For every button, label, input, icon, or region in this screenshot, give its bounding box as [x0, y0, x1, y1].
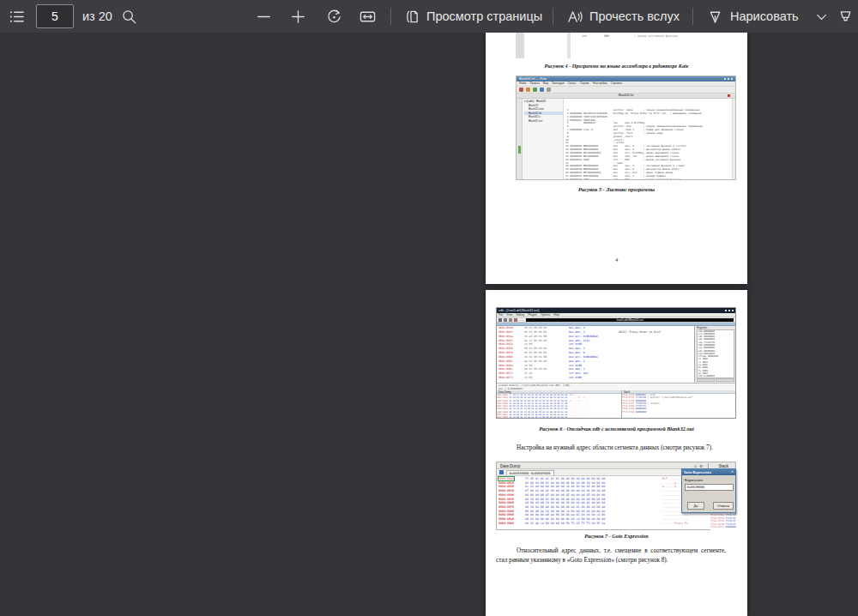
- pen-icon: [707, 9, 723, 25]
- page-count-label: из 20: [82, 0, 112, 33]
- listing-line: 22 0000002A CD80 int 80h ; вызов системн…: [565, 178, 732, 179]
- document-page-number: 4: [486, 257, 747, 263]
- draw-label: Нарисовать: [730, 9, 799, 23]
- memory-region-tab: 0x08048000-0x08049000: [506, 470, 554, 475]
- screenshot-scrollbar-strip: [516, 33, 524, 58]
- edb-bottom-panes: Data Dump 0804:8000 7f 45 4c 46 01 01 01…: [497, 390, 735, 419]
- page-view-button[interactable]: Просмотр страницы: [403, 0, 542, 33]
- edb-window-title: edb - [/root/Lab5/Blank32.out]: [498, 309, 539, 312]
- projects-tab-icon: [518, 146, 522, 154]
- edb-registers-panel: Registers eax 00000000ecx 00000000edx 00…: [694, 326, 735, 383]
- edb-datadump-pane: Data Dump 0804:8000 7f 45 4c 46 01 01 01…: [497, 390, 622, 419]
- page-view-icon: [403, 9, 420, 25]
- region-icon: [499, 470, 504, 474]
- pane-header-icons: ◇ ⚙: [694, 464, 703, 468]
- read-aloud-button[interactable]: Прочесть вслух: [566, 0, 680, 33]
- read-aloud-icon: [566, 9, 583, 25]
- kate-toolbar: [517, 87, 735, 94]
- edb-toolbar: /root/Lab5/Blank32.out: [497, 317, 735, 323]
- kate-tab-label: Blank32.lst: [619, 94, 634, 97]
- stack-peek-row: ffcb:3f7c 00000000: [710, 526, 736, 529]
- close-icon[interactable]: ✕: [731, 470, 734, 474]
- search-icon: [121, 9, 137, 25]
- kate-scrollbar: [732, 99, 735, 180]
- table-of-contents-button[interactable]: [9, 0, 25, 33]
- edb-menu-item: Help: [553, 313, 559, 317]
- figure4-kate-screenshot-partial: int 80h ; вызов системной функции: [486, 33, 747, 58]
- edb-menu-item: Plugins: [528, 313, 537, 317]
- gear-icon: ⚙: [699, 464, 703, 468]
- pdf-page-5: edb - [/root/Lab5/Blank32.out] FileViewD…: [486, 290, 747, 616]
- kate-tool-icon: [533, 88, 537, 92]
- figure7-caption: Рисунок 7 - Goto Expression: [486, 533, 747, 539]
- expression-label: Expression:: [685, 478, 704, 482]
- search-button[interactable]: [121, 0, 137, 33]
- toolbar-divider: [553, 8, 553, 25]
- code-fragment: int: [582, 34, 587, 38]
- tab-close-icon: [728, 94, 730, 97]
- highlighter-icon: [837, 9, 854, 25]
- pdf-toolbar: из 20 Просмотр страницы: [0, 0, 858, 33]
- read-aloud-label: Прочесть вслух: [589, 9, 680, 23]
- code-fragment: 80h: [604, 34, 609, 38]
- kate-left-tabstrip: [517, 99, 523, 180]
- kate-window-title: Blank32.lst — Kate: [519, 77, 547, 81]
- register-row: st0 0.000000: [698, 375, 734, 377]
- edb-tool-icon: [504, 318, 507, 322]
- figure5-caption: Рисунок 5 - Листинг программы: [486, 186, 747, 192]
- figure4-caption: Рисунок 4 - Программа на языке ассемблер…: [486, 63, 747, 69]
- page-number-input[interactable]: [36, 4, 74, 28]
- dialog-title: Goto Expression: [684, 470, 711, 474]
- paragraph: Настройка на нужный адрес области сегмен…: [496, 444, 726, 453]
- edb-menu-item: Options: [541, 313, 550, 317]
- zoom-in-button[interactable]: [290, 0, 306, 33]
- edb-main: 0804:8040 b8 04 00 00 00 mov eax, 4 0804…: [497, 326, 735, 383]
- detach-icon: ◇: [694, 464, 697, 468]
- edb-address-bar: /root/Lab5/Blank32.out: [526, 318, 734, 323]
- kate-tool-icon: [540, 88, 544, 92]
- goto-expression-dialog: Goto Expression ✕ Expression: 0x8049000 …: [681, 468, 736, 513]
- window-controls-icons: [724, 78, 734, 81]
- file-tree-root: ▾ (Lab5) : Blank32: [524, 100, 563, 103]
- stack-pane-body: ffcb:3f70 00000001 | argc ffcb:3f74 ffc9…: [622, 394, 735, 418]
- edb-status-strip: Loaded module: /root/Lab5/Blank32.out AB…: [497, 383, 735, 390]
- registers-tabs: [697, 378, 734, 382]
- kate-tool-icon: [519, 88, 523, 92]
- highlight-button[interactable]: [837, 0, 854, 33]
- datadump-title: Data Dump: [500, 464, 520, 468]
- figure5-kate-window: Blank32.lst — Kate ФайлПравкаВидЗакладки…: [516, 75, 736, 180]
- kate-menu-item: Закладки: [552, 82, 565, 85]
- kate-menu-item: Правка: [529, 82, 539, 85]
- registers-list: eax 00000000ecx 00000000edx 00000000ebx …: [697, 329, 734, 378]
- dump-row: 0804:8080 90 04 08 ba 14 00 00 00 cd 80 …: [497, 416, 621, 418]
- zoom-out-button[interactable]: [256, 0, 272, 33]
- stack-row: ffcb:3f88 00000000: [622, 411, 735, 414]
- toolbar-divider: [692, 8, 693, 25]
- file-list-item: Blank32.out: [524, 119, 563, 124]
- hexdump-row: 0804:80b0 00 31 db cd 80 00 00 00 50 72 …: [498, 522, 735, 526]
- kate-menu-item: Сеанс: [568, 82, 577, 85]
- plus-icon: [290, 9, 306, 25]
- edb-stack-pane: Stack ffcb:3f70 00000001 | argc ffcb:3f7…: [622, 390, 735, 419]
- window-controls-icons: [725, 310, 734, 312]
- page-view-label: Просмотр страницы: [426, 9, 542, 23]
- expression-input[interactable]: 0x8049000: [685, 484, 734, 491]
- kate-tool-icon: [547, 88, 551, 92]
- chevron-down-icon: [813, 9, 830, 25]
- dialog-ok-button[interactable]: Да: [687, 502, 704, 510]
- draw-button[interactable]: Нарисовать: [707, 0, 799, 33]
- edb-menu-item: Debug: [516, 313, 524, 317]
- screenshot-column-strip: [567, 33, 571, 58]
- kate-menu-item: Вид: [543, 82, 548, 85]
- edb-menu-item: File: [498, 313, 503, 317]
- edb-disassembly: 0804:8040 b8 04 00 00 00 mov eax, 4 0804…: [497, 326, 694, 383]
- kate-menu-item: Настройка: [593, 82, 607, 85]
- fit-to-width-button[interactable]: [360, 0, 376, 33]
- list-icon: [9, 9, 25, 25]
- draw-options-chevron[interactable]: [813, 0, 830, 33]
- stack-header-label: Stack: [719, 464, 729, 468]
- edb-tool-icon: [498, 318, 502, 322]
- kate-menu-item: Справка: [611, 82, 622, 85]
- rotate-button[interactable]: [326, 0, 342, 33]
- dialog-cancel-button[interactable]: Отмена: [713, 502, 734, 510]
